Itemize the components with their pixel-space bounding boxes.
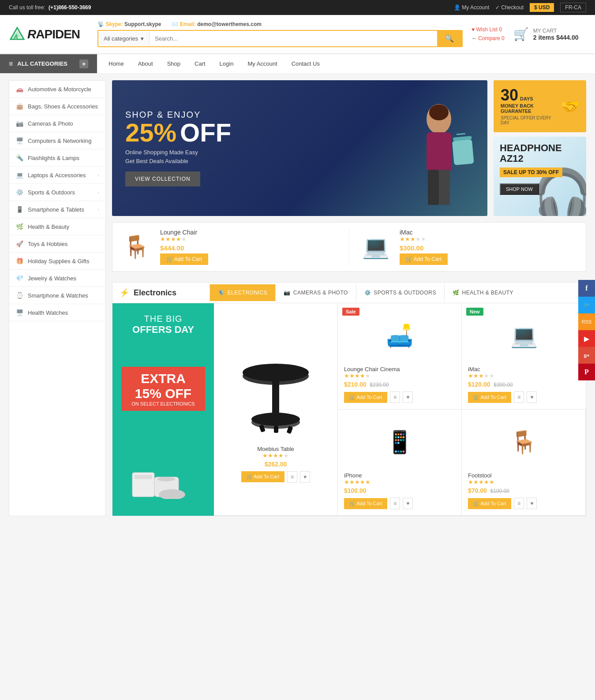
youtube-button[interactable]: ▶ xyxy=(578,330,595,347)
sidebar-item-computers[interactable]: 🖥️ Computers & Networking xyxy=(9,132,105,149)
svg-rect-8 xyxy=(439,170,450,205)
laptops-icon: 💻 xyxy=(15,171,23,179)
moebius-compare[interactable]: ≡ xyxy=(287,471,297,483)
lounge-cinema-old-price: $230.00 xyxy=(370,382,389,388)
footstool-compare[interactable]: ≡ xyxy=(514,498,524,509)
search-button[interactable]: 🔍 xyxy=(437,31,462,46)
imac-price: $300.00 xyxy=(400,244,580,252)
facebook-button[interactable]: f xyxy=(578,280,595,297)
wishlist-compare: ♥ Wish List 0 ↔ Compare 0 xyxy=(472,26,505,42)
imac-grid-add-cart[interactable]: 🛒 Add To Cart xyxy=(468,392,511,403)
sidebar-item-smartphone-watches[interactable]: ⌚ Smartphone & Watches xyxy=(9,287,105,304)
language-button[interactable]: FR-CA xyxy=(560,3,586,12)
all-categories-button[interactable]: ≡ ALL CATEGORIES + xyxy=(0,54,97,73)
search-input[interactable] xyxy=(150,32,437,45)
sidebar-item-health[interactable]: 🌿 Health & Beauty xyxy=(9,218,105,235)
tab-sports[interactable]: ⚙️ SPORTS & OUTDOORS xyxy=(356,284,444,301)
footstool-image: 🪑 xyxy=(468,416,579,469)
rss-button[interactable]: RSS xyxy=(578,313,595,330)
nav-myaccount[interactable]: My Account xyxy=(240,54,284,73)
header: A R$ USDAPIDEN 📡 Skype: Support.skype ✉️… xyxy=(0,15,595,54)
headphone-shop-button[interactable]: SHOP NOW xyxy=(500,183,539,195)
automotive-icon: 🚗 xyxy=(15,85,23,93)
wishlist-info[interactable]: ♥ Wish List 0 xyxy=(472,26,505,34)
nav-cart[interactable]: Cart xyxy=(187,54,213,73)
logo[interactable]: A R$ USDAPIDEN xyxy=(9,26,80,43)
sidebar-item-cameras[interactable]: 📷 Cameras & Photo xyxy=(9,115,105,132)
moebius-add-cart[interactable]: 🛒 Add To Cart xyxy=(241,471,284,482)
svg-point-6 xyxy=(429,104,449,120)
sidebar-item-sports[interactable]: ⚙️ Sports & Outdoors › xyxy=(9,184,105,201)
footstool-add-cart[interactable]: 🛒 Add To Cart xyxy=(468,498,511,509)
iphone-actions: 🛒 Add To Cart ≡ ♥ xyxy=(344,498,455,509)
lounge-cinema-compare[interactable]: ≡ xyxy=(390,391,400,403)
sidebar-item-toys[interactable]: 🚀 Toys & Hobbies xyxy=(9,235,105,253)
rss-icon: RSS xyxy=(582,319,592,324)
dropdown-arrow-icon: ▾ xyxy=(141,35,144,42)
nav-links: Home About Shop Cart Login My Account Co… xyxy=(97,54,331,73)
pinterest-button[interactable]: P xyxy=(578,364,595,380)
search-bar: All categories ▾ 🔍 xyxy=(97,30,463,47)
twitter-button[interactable]: 🐦 xyxy=(578,297,595,313)
nav-login[interactable]: Login xyxy=(213,54,241,73)
skype-link[interactable]: Support.skype xyxy=(124,21,161,27)
google-plus-button[interactable]: g+ xyxy=(578,347,595,364)
section-tabs: 🎙️ ELECTRONICS 📷 CAMERAS & PHOTO ⚙️ SPOR… xyxy=(210,284,521,301)
sidebar-item-smartphones[interactable]: 📱 Smartphone & Tablets › xyxy=(9,201,105,218)
compare-info[interactable]: ↔ Compare 0 xyxy=(472,34,505,43)
nav-bar: ≡ ALL CATEGORIES + Home About Shop Cart … xyxy=(0,54,595,74)
my-account-link[interactable]: 👤My Account xyxy=(454,4,489,11)
moebius-wishlist[interactable]: ♥ xyxy=(300,471,310,483)
iphone-image: 📱 xyxy=(344,416,455,469)
imac-grid-name: iMac xyxy=(468,366,580,372)
sidebar-item-health-watches[interactable]: 🖥️ Health Watches xyxy=(9,304,105,321)
sidebar-item-bags[interactable]: 👜 Bags, Shoes & Accessories xyxy=(9,98,105,115)
lounge-cinema-add-cart[interactable]: 🛒 Add To Cart xyxy=(344,392,387,403)
money-back-icon: 🤝 xyxy=(561,97,579,115)
tab-cameras[interactable]: 📷 CAMERAS & PHOTO xyxy=(275,284,356,301)
iphone-add-cart[interactable]: 🛒 Add To Cart xyxy=(344,498,387,509)
imac-grid-wishlist[interactable]: ♥ xyxy=(527,391,537,403)
footstool-wishlist[interactable]: ♥ xyxy=(527,498,537,509)
moebius-stars: ★★★★★ xyxy=(262,452,289,459)
svg-point-19 xyxy=(243,364,309,381)
nav-shop[interactable]: Shop xyxy=(160,54,187,73)
banner-30-sub: SPECIAL OFFER EVERY DAY xyxy=(501,115,556,125)
imac-grid-compare[interactable]: ≡ xyxy=(514,391,524,403)
lounge-cinema-wishlist[interactable]: ♥ xyxy=(403,391,413,403)
currency-button[interactable]: $ USD xyxy=(530,3,554,12)
health-watches-icon: 🖥️ xyxy=(15,309,23,316)
iphone-compare[interactable]: ≡ xyxy=(390,498,400,509)
svg-rect-17 xyxy=(161,490,183,498)
promo-disc-num: EXTRA 15% OFF xyxy=(128,371,198,401)
cart-area[interactable]: 🛒 MY CART 2 items $444.00 xyxy=(513,27,579,41)
lounge-cinema-actions: 🛒 Add To Cart ≡ ♥ xyxy=(344,391,455,403)
moebius-table-image xyxy=(220,336,331,442)
sidebar-item-laptops[interactable]: 💻 Laptops & Accessories › xyxy=(9,167,105,184)
email-link[interactable]: demo@towerthemes.com xyxy=(197,21,262,27)
moebius-name: Moebius Table xyxy=(257,446,294,452)
nav-contact[interactable]: Contact Us xyxy=(284,54,327,73)
lounge-chair-add-cart[interactable]: 🛒 Add To Cart xyxy=(160,253,208,265)
lounge-cinema-price: $210.00 xyxy=(344,381,367,388)
sidebar-item-automotive[interactable]: 🚗 Automotive & Motorcycle xyxy=(9,81,105,98)
lounge-chair-name: Lounge Chair xyxy=(160,229,340,236)
sidebar-item-holiday[interactable]: 🎁 Holiday Supplies & Gifts xyxy=(9,253,105,270)
checkout-link[interactable]: ✓Checkout xyxy=(495,4,524,11)
iphone-wishlist[interactable]: ♥ xyxy=(403,498,413,509)
imac-add-cart[interactable]: 🛒 Add To Cart xyxy=(400,253,448,265)
health-icon: 🌿 xyxy=(15,223,23,231)
nav-home[interactable]: Home xyxy=(101,54,131,73)
banner-30-label3: GUARANTEE xyxy=(501,108,556,114)
sidebar-item-flashlights[interactable]: 🔦 Flashlights & Lamps xyxy=(9,149,105,167)
sale-badge: Sale xyxy=(342,308,359,316)
cart-icon: 🛒 xyxy=(513,27,529,41)
sidebar-item-jewelry[interactable]: 💎 Jewelry & Watches xyxy=(9,270,105,287)
category-dropdown[interactable]: All categories ▾ xyxy=(98,32,150,45)
footstool-stars: ★★★★★ xyxy=(468,479,579,485)
bars-icon: ≡ xyxy=(9,60,13,68)
view-collection-button[interactable]: VIEW COLLECTION xyxy=(125,171,200,186)
tab-health[interactable]: 🌿 HEALTH & BEAUTY xyxy=(444,284,521,301)
nav-about[interactable]: About xyxy=(131,54,160,73)
tab-electronics[interactable]: 🎙️ ELECTRONICS xyxy=(210,284,275,301)
